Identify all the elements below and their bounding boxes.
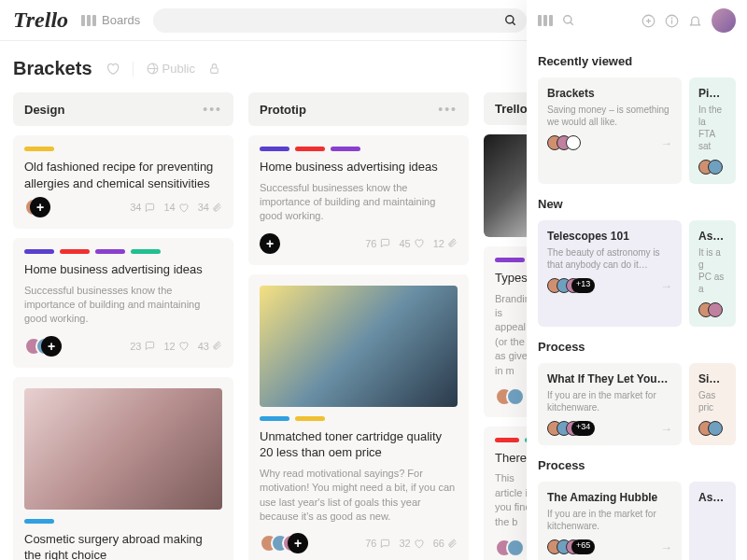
side-card-desc: The beauty of astronomy is that anybody … bbox=[547, 246, 672, 271]
arrow-icon: → bbox=[660, 279, 672, 293]
card-stats: 23 12 43 bbox=[130, 341, 222, 352]
list-prototip: Prototip ••• Home business advertising i… bbox=[248, 92, 469, 560]
add-member-button[interactable]: + bbox=[30, 197, 50, 217]
section-heading: New bbox=[538, 197, 736, 211]
add-member-button[interactable]: + bbox=[288, 533, 308, 553]
arrow-icon: → bbox=[660, 540, 672, 554]
side-card[interactable]: Brackets Saving money – is something we … bbox=[538, 77, 682, 184]
card[interactable]: Cosmetic surgery abroad making the right… bbox=[13, 377, 233, 560]
bell-icon[interactable] bbox=[688, 14, 702, 28]
label bbox=[331, 147, 360, 151]
card-stats: 76 45 12 bbox=[365, 238, 458, 249]
side-card[interactable]: Astron bbox=[689, 482, 736, 560]
section-heading: Recently viewed bbox=[538, 54, 736, 68]
card[interactable]: Home business advertising ideas Successf… bbox=[13, 238, 233, 368]
card-stats: 34 14 34 bbox=[130, 202, 222, 213]
more-icon[interactable]: ••• bbox=[203, 102, 222, 117]
sidebar-topbar bbox=[538, 0, 736, 41]
side-card-members bbox=[547, 135, 575, 150]
comment-icon bbox=[145, 203, 155, 213]
list-title: Prototip bbox=[260, 103, 306, 117]
search-icon[interactable] bbox=[562, 14, 575, 27]
list-header[interactable]: Design ••• bbox=[13, 92, 233, 126]
app-logo[interactable]: Trello bbox=[13, 7, 68, 33]
label bbox=[495, 438, 519, 442]
label bbox=[24, 147, 54, 151]
card-desc: Successful businesses know the importanc… bbox=[260, 181, 458, 224]
card-title: Cosmetic surgery abroad making the right… bbox=[24, 531, 222, 560]
card-members[interactable]: + bbox=[260, 533, 308, 553]
avatar bbox=[506, 387, 525, 406]
arrow-icon: → bbox=[660, 136, 672, 150]
card-desc: Why read motivational sayings? For motiv… bbox=[260, 467, 458, 525]
boards-button[interactable]: Boards bbox=[81, 13, 140, 27]
add-member-button[interactable]: + bbox=[260, 233, 280, 254]
boards-icon[interactable] bbox=[538, 15, 553, 26]
label bbox=[24, 249, 54, 254]
card[interactable]: Home business advertising ideas Successf… bbox=[248, 135, 469, 265]
card-desc: Successful businesses know the importanc… bbox=[24, 284, 222, 327]
side-card[interactable]: The Amazing Hubble If you are in the mar… bbox=[538, 482, 682, 560]
side-card-title: Brackets bbox=[547, 87, 672, 100]
card-title: Home business advertising ideas bbox=[260, 159, 458, 175]
card-members[interactable]: + bbox=[260, 233, 280, 254]
info-icon[interactable] bbox=[665, 14, 679, 28]
svg-line-5 bbox=[571, 22, 573, 25]
heart-icon[interactable] bbox=[106, 62, 120, 76]
side-card-desc: If you are in the market for kitchenware… bbox=[547, 389, 672, 413]
section-heading: Process bbox=[538, 458, 736, 472]
right-sidebar: Recently viewed Brackets Saving money – … bbox=[527, 0, 747, 560]
card-title: Unmatched toner cartridge quality 20 les… bbox=[260, 428, 458, 461]
side-card-desc: Gas pric bbox=[698, 389, 726, 413]
svg-point-11 bbox=[671, 18, 672, 19]
svg-rect-3 bbox=[211, 68, 218, 73]
card[interactable]: Unmatched toner cartridge quality 20 les… bbox=[248, 274, 469, 560]
search-icon bbox=[504, 14, 517, 27]
side-card-title: Asteroi bbox=[698, 230, 726, 243]
lock-icon[interactable] bbox=[208, 63, 220, 75]
search-input[interactable] bbox=[153, 8, 527, 33]
label bbox=[95, 249, 125, 254]
side-card[interactable]: Six Pac Gas pric bbox=[689, 363, 736, 445]
boards-icon bbox=[81, 15, 96, 26]
side-card-desc: It is a g PC as a bbox=[698, 246, 726, 295]
svg-point-4 bbox=[564, 16, 571, 23]
avatar bbox=[506, 539, 525, 557]
side-card[interactable]: What If They Let You… If you are in the … bbox=[538, 363, 682, 445]
member-count: +13 bbox=[571, 278, 595, 293]
add-member-button[interactable]: + bbox=[41, 336, 62, 357]
card[interactable]: Old fashioned recipe for preventing alle… bbox=[13, 135, 233, 229]
sidebar-section: Process What If They Let You… If you are… bbox=[538, 340, 736, 445]
card-members[interactable]: + bbox=[24, 336, 62, 357]
label bbox=[295, 147, 325, 151]
member-count: +34 bbox=[571, 421, 595, 436]
more-icon[interactable]: ••• bbox=[438, 102, 458, 117]
plus-icon[interactable] bbox=[641, 14, 655, 28]
sidebar-section: New Telescopes 101 The beauty of astrono… bbox=[538, 197, 736, 327]
board-title: Brackets bbox=[13, 58, 92, 79]
heart-icon bbox=[178, 203, 189, 213]
user-avatar[interactable] bbox=[712, 8, 736, 33]
label bbox=[260, 147, 289, 151]
label bbox=[60, 249, 90, 254]
card-members[interactable]: + bbox=[24, 197, 50, 217]
side-card[interactable]: Picture In the la FTA sat bbox=[689, 77, 736, 184]
side-card-title: Astron bbox=[698, 491, 726, 504]
list-header[interactable]: Prototip ••• bbox=[248, 92, 469, 126]
svg-point-0 bbox=[506, 15, 514, 22]
list-title: Design bbox=[24, 103, 64, 117]
boards-label: Boards bbox=[102, 13, 140, 27]
label bbox=[260, 416, 289, 421]
list-title: Trello bbox=[495, 102, 528, 116]
visibility-toggle[interactable]: Public bbox=[147, 62, 195, 76]
member-count: +65 bbox=[571, 539, 595, 554]
card-cover bbox=[24, 388, 222, 510]
side-card[interactable]: Telescopes 101 The beauty of astronomy i… bbox=[538, 220, 682, 327]
svg-line-1 bbox=[513, 21, 515, 24]
side-card[interactable]: Asteroi It is a g PC as a bbox=[689, 220, 736, 327]
card-cover bbox=[260, 286, 458, 407]
arrow-icon: → bbox=[660, 422, 672, 436]
label bbox=[495, 258, 525, 262]
side-card-members: +13 bbox=[547, 278, 595, 293]
divider bbox=[133, 62, 134, 77]
